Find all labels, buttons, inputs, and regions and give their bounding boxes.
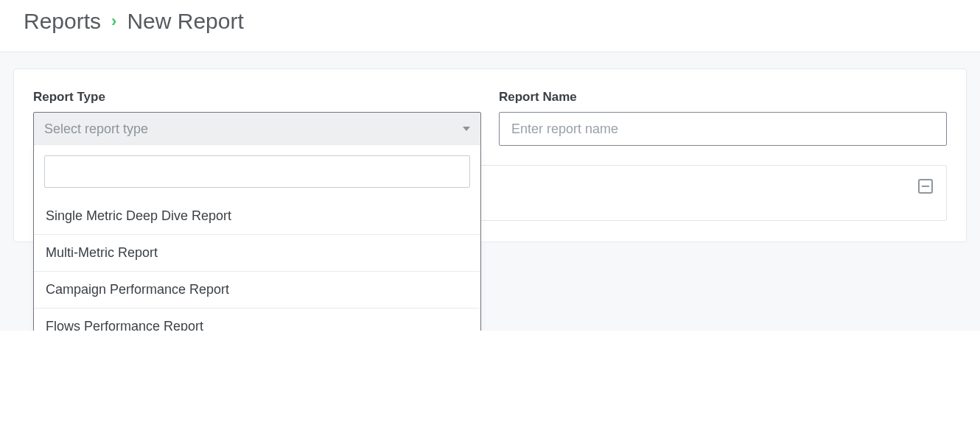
page-header: Reports › New Report bbox=[0, 0, 980, 52]
caret-down-icon bbox=[463, 127, 470, 131]
report-type-select[interactable]: Select report type bbox=[33, 112, 481, 146]
report-name-input[interactable] bbox=[499, 112, 947, 146]
report-form-card: Report Type Select report type Single Me… bbox=[13, 68, 967, 242]
report-type-dropdown: Single Metric Deep Dive Report Multi-Met… bbox=[33, 145, 481, 331]
dropdown-option-list: Single Metric Deep Dive Report Multi-Met… bbox=[34, 198, 480, 331]
breadcrumb-root-link[interactable]: Reports bbox=[24, 9, 101, 34]
content-area: Report Type Select report type Single Me… bbox=[0, 52, 980, 331]
dropdown-search-wrap bbox=[34, 145, 480, 198]
report-type-field: Report Type Select report type Single Me… bbox=[33, 90, 481, 146]
dropdown-option[interactable]: Single Metric Deep Dive Report bbox=[34, 198, 480, 234]
collapse-button[interactable] bbox=[918, 179, 933, 194]
dropdown-search-input[interactable] bbox=[44, 155, 470, 188]
form-row: Report Type Select report type Single Me… bbox=[33, 90, 947, 146]
dropdown-option[interactable]: Multi-Metric Report bbox=[34, 234, 480, 271]
breadcrumb: Reports › New Report bbox=[24, 9, 956, 34]
breadcrumb-current: New Report bbox=[127, 9, 243, 34]
report-name-field: Report Name bbox=[499, 90, 947, 146]
report-type-label: Report Type bbox=[33, 90, 481, 105]
report-name-label: Report Name bbox=[499, 90, 947, 105]
dropdown-option[interactable]: Campaign Performance Report bbox=[34, 271, 480, 308]
chevron-right-icon: › bbox=[111, 13, 116, 29]
minus-icon bbox=[922, 186, 929, 187]
dropdown-option[interactable]: Flows Performance Report bbox=[34, 308, 480, 331]
report-type-placeholder: Select report type bbox=[44, 121, 148, 137]
